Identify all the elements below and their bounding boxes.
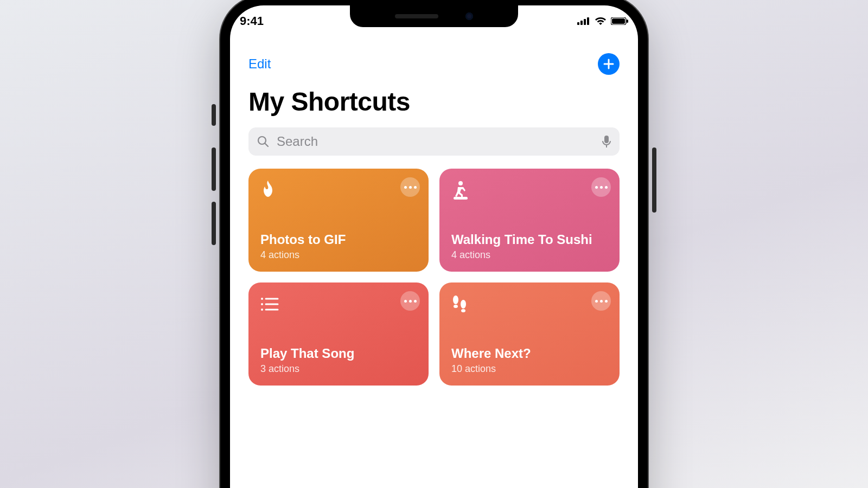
status-indicators	[577, 17, 628, 25]
card-more-button[interactable]	[400, 291, 420, 311]
page-title: My Shortcuts	[248, 87, 620, 117]
svg-point-14	[261, 303, 263, 305]
phone-frame: 9:41	[220, 0, 648, 488]
cellular-icon	[577, 17, 590, 25]
volume-down-button	[212, 202, 216, 245]
shortcut-card[interactable]: Where Next? 10 actions	[439, 282, 620, 386]
nav-bar: Edit	[248, 53, 620, 75]
svg-point-20	[454, 305, 458, 308]
card-more-button[interactable]	[400, 177, 420, 197]
wifi-icon	[595, 17, 607, 25]
shortcuts-grid: Photos to GIF 4 actions	[248, 169, 620, 386]
speaker-grille	[395, 14, 438, 18]
footsteps-icon	[451, 293, 608, 315]
add-shortcut-button[interactable]	[598, 53, 620, 75]
svg-rect-3	[587, 17, 589, 25]
svg-rect-2	[584, 19, 586, 25]
card-subtitle: 10 actions	[451, 363, 608, 375]
card-more-button[interactable]	[591, 291, 611, 311]
search-input[interactable]	[276, 133, 596, 150]
shortcut-card[interactable]: Photos to GIF 4 actions	[248, 169, 429, 272]
card-more-button[interactable]	[591, 177, 611, 197]
card-subtitle: 4 actions	[260, 249, 417, 261]
svg-rect-1	[580, 21, 583, 25]
svg-rect-5	[612, 18, 625, 24]
svg-line-8	[265, 144, 269, 147]
front-camera	[465, 12, 473, 20]
svg-point-13	[261, 298, 263, 300]
svg-rect-12	[454, 197, 468, 200]
power-button	[652, 147, 656, 213]
microphone-icon[interactable]	[602, 135, 611, 148]
person-walk-icon	[451, 179, 608, 201]
search-icon	[257, 136, 269, 147]
phone-screen: 9:41	[230, 5, 638, 488]
svg-point-11	[458, 181, 463, 185]
phone-notch	[350, 5, 518, 27]
flame-icon	[260, 179, 417, 201]
status-time: 9:41	[240, 14, 264, 28]
card-title: Photos to GIF	[260, 232, 417, 247]
card-title: Walking Time To Sushi	[451, 232, 608, 247]
svg-rect-9	[604, 136, 609, 143]
svg-rect-0	[577, 22, 579, 25]
edit-button[interactable]: Edit	[248, 56, 271, 72]
plus-icon	[603, 59, 614, 69]
volume-up-button	[212, 147, 216, 191]
svg-point-21	[461, 300, 466, 309]
svg-point-15	[261, 309, 263, 311]
svg-rect-6	[627, 20, 628, 23]
svg-point-22	[461, 309, 465, 312]
card-subtitle: 4 actions	[451, 249, 608, 261]
battery-icon	[611, 17, 628, 25]
shortcut-card[interactable]: Play That Song 3 actions	[248, 282, 429, 386]
card-title: Play That Song	[260, 346, 417, 361]
svg-point-19	[453, 296, 458, 304]
card-subtitle: 3 actions	[260, 363, 417, 375]
card-title: Where Next?	[451, 346, 608, 361]
phone-bezel: 9:41	[228, 3, 640, 488]
shortcut-card[interactable]: Walking Time To Sushi 4 actions	[439, 169, 620, 272]
search-field[interactable]	[248, 127, 620, 156]
silence-switch	[212, 104, 216, 126]
list-icon	[260, 293, 417, 315]
